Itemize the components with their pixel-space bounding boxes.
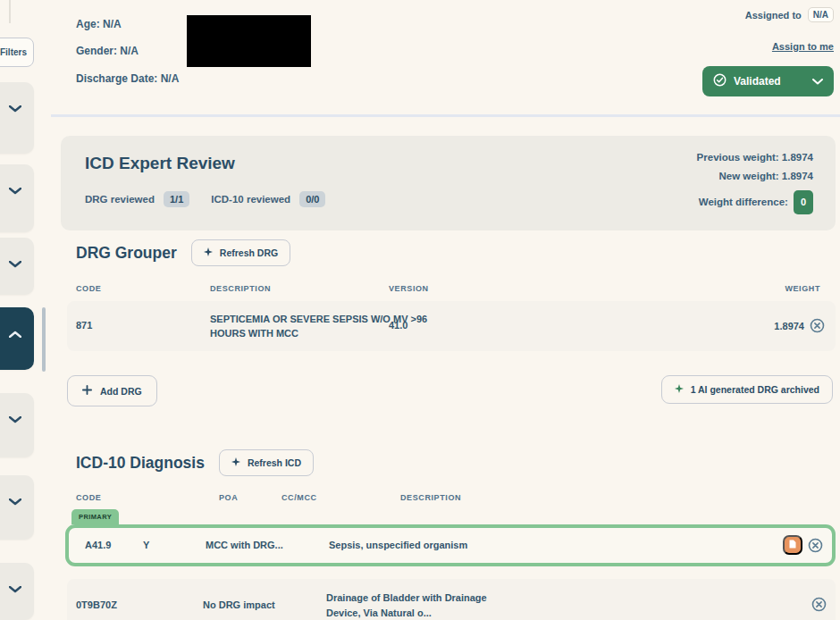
icd-code: A41.9 [85, 540, 111, 550]
archive-icd-button[interactable] [808, 538, 823, 553]
icd-review-app: Filters Age: N/A Gender: N/A Discharge D… [0, 0, 840, 620]
drg-grouper-header: DRG Grouper Refresh DRG [76, 239, 290, 266]
patient-discharge-date: Discharge Date: N/A [76, 72, 179, 85]
sidebar-scrollbar[interactable] [42, 307, 46, 372]
check-circle-icon [713, 73, 727, 89]
drg-table-row[interactable]: 871 SEPTICEMIA OR SEVERE SEPSIS W/O MV >… [67, 301, 836, 351]
sparkle-icon [204, 247, 213, 258]
drg-col-description: DESCRIPTION [210, 284, 271, 293]
icd-description: Drainage of Bladder with Drainage Device… [326, 591, 518, 620]
icd-col-code: CODE [76, 493, 101, 502]
icd-ccmcc: MCC with DRG... [206, 540, 283, 550]
sidebar-section-7[interactable] [0, 563, 34, 620]
assigned-to-label: Assigned to [745, 10, 802, 21]
sidebar-section-3[interactable] [0, 238, 34, 295]
refresh-icd-button[interactable]: Refresh ICD [219, 449, 314, 476]
weight-difference-label: Weight difference: [699, 193, 788, 212]
icd-code: 0T9B70Z [76, 599, 117, 610]
drg-col-code: CODE [76, 284, 101, 293]
icd-primary-row[interactable]: A41.9 Y MCC with DRG... Sepsis, unspecif… [65, 524, 836, 566]
icd-diagnosis-title: ICD-10 Diagnosis [76, 454, 205, 473]
chevron-down-icon [9, 100, 21, 116]
refresh-icd-label: Refresh ICD [248, 457, 301, 468]
weight-summary: Previous weight: 1.8974 New weight: 1.89… [697, 148, 813, 214]
filters-button-label: Filters [0, 47, 27, 57]
patient-age: Age: N/A [76, 18, 122, 30]
sidebar-section-5[interactable] [0, 393, 34, 457]
review-panel-title: ICD Expert Review [85, 154, 235, 173]
patient-gender: Gender: N/A [76, 45, 139, 57]
filters-button[interactable]: Filters [0, 38, 34, 67]
icd-col-ccmcc: CC/MCC [281, 493, 317, 502]
archive-icd-button[interactable] [811, 597, 827, 612]
weight-difference-badge: 0 [794, 190, 813, 214]
icd-diagnosis-header: ICD-10 Diagnosis Refresh ICD [76, 449, 314, 476]
redacted-patient-name [187, 15, 311, 67]
chevron-down-icon [9, 411, 21, 427]
icd-description: Sepsis, unspecified organism [329, 540, 467, 550]
document-icon [787, 539, 798, 552]
ai-sparkle-icon [675, 384, 684, 395]
icd-col-poa: POA [219, 493, 238, 502]
archived-drg-label: 1 AI generated DRG archived [691, 384, 819, 395]
sidebar-divider [9, 0, 11, 23]
sparkle-icon [231, 457, 240, 468]
add-drg-label: Add DRG [100, 386, 142, 397]
sidebar-section-1[interactable] [0, 82, 34, 154]
ai-generated-drg-archived-button[interactable]: 1 AI generated DRG archived [661, 375, 833, 404]
chevron-down-icon [9, 581, 21, 597]
drg-reviewed-count: 1/1 [164, 191, 189, 207]
chevron-up-icon [9, 325, 21, 341]
assigned-to-badge: N/A [808, 7, 834, 22]
validated-status-button[interactable]: Validated [702, 66, 834, 96]
validated-label: Validated [734, 75, 781, 88]
chevron-down-icon [9, 182, 21, 198]
drg-grouper-title: DRG Grouper [76, 244, 177, 263]
primary-badge: PRIMARY [71, 509, 119, 524]
icd-col-description: DESCRIPTION [400, 493, 461, 502]
drg-reviewed-label: DRG reviewed [85, 194, 155, 205]
drg-weight: 1.8974 [774, 321, 804, 331]
review-stats: DRG reviewed 1/1 ICD-10 reviewed 0/0 [85, 191, 325, 207]
archive-drg-button[interactable] [810, 318, 825, 333]
icd-reviewed-label: ICD-10 reviewed [211, 194, 290, 205]
previous-weight: Previous weight: 1.8974 [697, 148, 813, 167]
plus-icon [82, 385, 92, 397]
icd-ccmcc: No DRG impact [203, 599, 275, 610]
drg-version: 41.0 [389, 320, 407, 331]
assigned-to: Assigned to N/A [745, 7, 834, 22]
sidebar-section-2[interactable] [0, 164, 34, 232]
add-drg-button[interactable]: Add DRG [67, 375, 157, 406]
note-badge-button[interactable] [783, 535, 802, 555]
drg-col-version: VERSION [389, 284, 429, 293]
drg-col-weight: WEIGHT [785, 284, 820, 293]
header-divider [51, 114, 840, 117]
sidebar-section-6[interactable] [0, 475, 34, 540]
icd-expert-review-panel: ICD Expert Review DRG reviewed 1/1 ICD-1… [61, 136, 836, 230]
chevron-down-icon [9, 256, 21, 272]
new-weight: New weight: 1.8974 [697, 167, 813, 186]
icd-poa: Y [143, 540, 149, 550]
refresh-drg-button[interactable]: Refresh DRG [191, 239, 290, 266]
drg-code: 871 [76, 320, 92, 331]
icd-table-row[interactable]: 0T9B70Z No DRG impact Drainage of Bladde… [67, 579, 836, 620]
sidebar-section-active[interactable] [0, 307, 34, 370]
refresh-drg-label: Refresh DRG [220, 247, 278, 258]
chevron-down-icon [9, 493, 21, 509]
assign-to-me-link[interactable]: Assign to me [772, 41, 834, 52]
chevron-down-icon [812, 75, 823, 88]
icd-reviewed-count: 0/0 [299, 191, 325, 207]
